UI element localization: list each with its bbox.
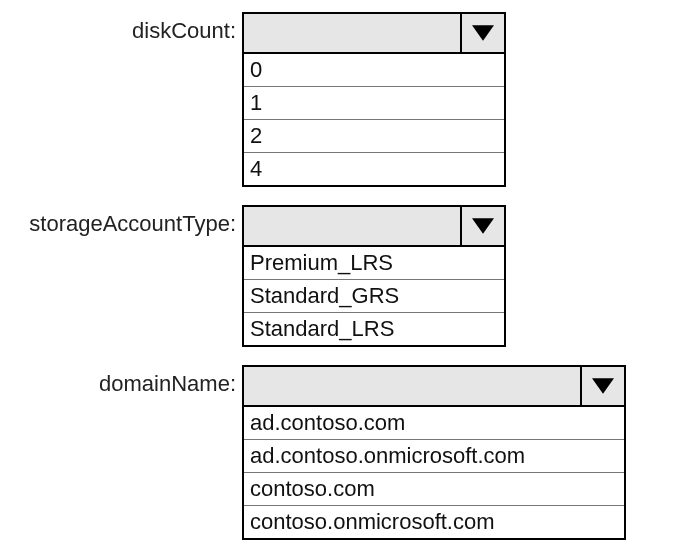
option-domainname-0[interactable]: ad.contoso.com: [244, 407, 624, 439]
dropdown-value-storageaccounttype: [244, 207, 460, 245]
option-diskcount-0[interactable]: 0: [244, 54, 504, 86]
dropdown-head-diskcount[interactable]: [244, 14, 504, 54]
dropdown-diskcount[interactable]: 0 1 2 4: [242, 12, 506, 187]
dropdown-options-domainname: ad.contoso.com ad.contoso.onmicrosoft.co…: [244, 407, 624, 538]
control-domainname: ad.contoso.com ad.contoso.onmicrosoft.co…: [242, 365, 626, 540]
svg-marker-1: [472, 218, 494, 233]
option-diskcount-2[interactable]: 2: [244, 119, 504, 152]
option-domainname-1[interactable]: ad.contoso.onmicrosoft.com: [244, 439, 624, 472]
dropdown-head-domainname[interactable]: [244, 367, 624, 407]
control-storageaccounttype: Premium_LRS Standard_GRS Standard_LRS: [242, 205, 506, 347]
option-storageaccounttype-1[interactable]: Standard_GRS: [244, 279, 504, 312]
row-domainname: domainName: ad.contoso.com ad.contoso.on…: [0, 365, 680, 540]
dropdown-value-domainname: [244, 367, 580, 405]
dropdown-value-diskcount: [244, 14, 460, 52]
control-diskcount: 0 1 2 4: [242, 12, 506, 187]
option-domainname-2[interactable]: contoso.com: [244, 472, 624, 505]
dropdown-domainname[interactable]: ad.contoso.com ad.contoso.onmicrosoft.co…: [242, 365, 626, 540]
chevron-down-icon[interactable]: [460, 14, 504, 52]
label-diskcount: diskCount:: [0, 12, 242, 44]
option-storageaccounttype-2[interactable]: Standard_LRS: [244, 312, 504, 345]
row-diskcount: diskCount: 0 1 2 4: [0, 12, 680, 187]
option-diskcount-1[interactable]: 1: [244, 86, 504, 119]
label-domainname: domainName:: [0, 365, 242, 397]
dropdown-storageaccounttype[interactable]: Premium_LRS Standard_GRS Standard_LRS: [242, 205, 506, 347]
dropdown-head-storageaccounttype[interactable]: [244, 207, 504, 247]
chevron-down-icon[interactable]: [460, 207, 504, 245]
dropdown-options-storageaccounttype: Premium_LRS Standard_GRS Standard_LRS: [244, 247, 504, 345]
chevron-down-icon[interactable]: [580, 367, 624, 405]
option-diskcount-3[interactable]: 4: [244, 152, 504, 185]
label-storageaccounttype: storageAccountType:: [0, 205, 242, 237]
option-storageaccounttype-0[interactable]: Premium_LRS: [244, 247, 504, 279]
option-domainname-3[interactable]: contoso.onmicrosoft.com: [244, 505, 624, 538]
parameter-form: diskCount: 0 1 2 4 storageAccountType:: [0, 0, 680, 540]
row-storageaccounttype: storageAccountType: Premium_LRS Standard…: [0, 205, 680, 347]
svg-marker-0: [472, 25, 494, 40]
dropdown-options-diskcount: 0 1 2 4: [244, 54, 504, 185]
svg-marker-2: [592, 378, 614, 393]
